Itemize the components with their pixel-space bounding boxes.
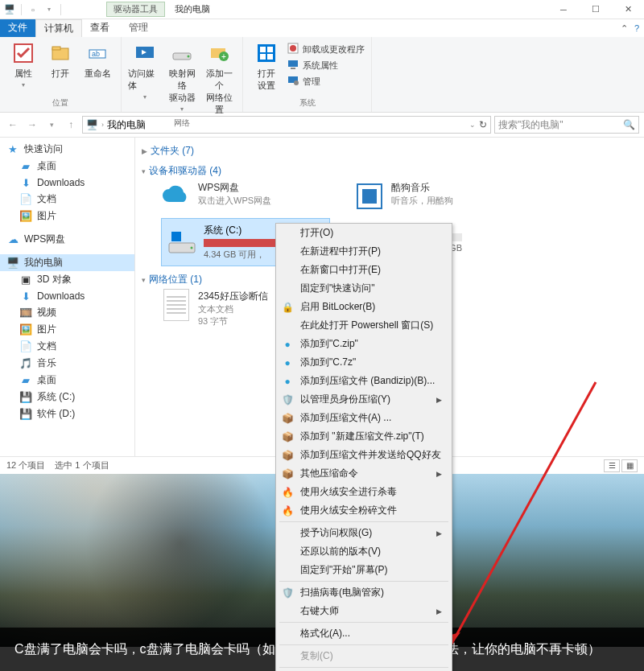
search-icon[interactable]: 🔍 — [623, 119, 635, 130]
sidebar-item-documents[interactable]: 📄文档 — [0, 191, 134, 208]
sidebar-item-drive-c[interactable]: 💾系统 (C:) — [0, 389, 134, 405]
history-dropdown[interactable]: ▾ — [43, 117, 60, 133]
ribbon-tabs: 文件 计算机 查看 管理 ⌃ ? — [0, 19, 644, 37]
svg-rect-13 — [260, 47, 266, 52]
back-button[interactable]: ← — [5, 117, 21, 133]
sidebar-item-pictures[interactable]: 🖼️图片 — [0, 208, 134, 224]
menu-add-c7z[interactable]: ●添加到"C.7z" — [276, 353, 452, 372]
help-icon[interactable]: ? — [634, 23, 639, 33]
tab-computer[interactable]: 计算机 — [35, 19, 82, 37]
settings-icon — [254, 40, 279, 66]
sidebar-item-wps[interactable]: ☁WPS网盘 — [0, 231, 134, 248]
device-kugou[interactable]: 酷狗音乐 听音乐，用酷狗 — [354, 181, 515, 212]
menu-format[interactable]: 格式化(A)... — [276, 624, 452, 643]
menu-copy[interactable]: 复制(C) — [276, 647, 452, 665]
system-properties-button[interactable]: 系统属性 — [287, 58, 365, 72]
minimize-button[interactable]: ─ — [547, 0, 580, 19]
section-folders[interactable]: ▶ 文件夹 (7) — [142, 141, 638, 161]
icons-view-button[interactable]: ▦ — [621, 459, 638, 472]
uninstall-programs-button[interactable]: 卸载或更改程序 — [287, 42, 365, 56]
sidebar-item-drive-d[interactable]: 💾软件 (D:) — [0, 405, 134, 422]
menu-bitlocker[interactable]: 🔒启用 BitLocker(B) — [276, 298, 452, 316]
open-settings-button[interactable]: 打开 设置 — [250, 40, 283, 96]
dropdown-icon[interactable]: ▾ — [43, 3, 56, 16]
sidebar-item-this-pc[interactable]: 🖥️我的电脑 — [0, 254, 134, 271]
path-dropdown-icon[interactable]: ⌄ — [469, 121, 476, 129]
archive-icon: 📦 — [281, 430, 294, 443]
menu-zip-qq[interactable]: 📦添加到压缩文件并发送给QQ好友 — [276, 446, 452, 464]
details-view-button[interactable]: ☰ — [604, 459, 620, 472]
picture-icon: 🖼️ — [19, 323, 32, 336]
menu-restore-previous[interactable]: 还原以前的版本(V) — [276, 542, 452, 561]
open-button[interactable]: 打开 — [43, 40, 77, 96]
path-segment[interactable]: 我的电脑 — [107, 118, 146, 132]
svg-rect-20 — [291, 68, 295, 69]
titlebar: 🖥️ ▫ ▾ 驱动器工具 我的电脑 ─ ☐ ✕ — [0, 0, 644, 19]
forward-button[interactable]: → — [24, 117, 40, 133]
menu-huorong-av[interactable]: 🔥使用火绒安全进行杀毒 — [276, 483, 452, 501]
menu-add-newzip[interactable]: 📦添加到 "新建压缩文件.zip"(T) — [276, 427, 452, 446]
menu-other-zip[interactable]: 📦其他压缩命令▶ — [276, 464, 452, 483]
separator — [279, 581, 448, 582]
menu-admin-zip[interactable]: 🛡️以管理员身份压缩(Y)▶ — [276, 390, 452, 409]
svg-rect-14 — [267, 47, 273, 52]
maximize-button[interactable]: ☐ — [580, 0, 612, 19]
menu-scan-guanjia[interactable]: 🛡️扫描病毒(电脑管家) — [276, 583, 452, 602]
up-button[interactable]: ↑ — [63, 117, 79, 133]
ribbon-group-location: 属性 ▾ 打开 ab 重命名 位置 — [0, 37, 122, 112]
sidebar-item-desktop2[interactable]: ▰桌面 — [0, 372, 134, 389]
search-input[interactable]: 搜索"我的电脑" 🔍 — [494, 116, 639, 134]
properties-icon[interactable]: ▫ — [27, 3, 39, 16]
nav-pane: ★快速访问 ▰桌面 ⬇Downloads 📄文档 🖼️图片 ☁WPS网盘 🖥️我… — [0, 138, 135, 456]
menu-open-new-window[interactable]: 在新窗口中打开(E) — [276, 261, 452, 279]
manage-button[interactable]: 管理 — [287, 74, 365, 89]
tab-view[interactable]: 查看 — [82, 19, 118, 37]
menu-add-czip[interactable]: ●添加到"C.zip" — [276, 335, 452, 353]
menu-powershell[interactable]: 在此处打开 Powershell 窗口(S) — [276, 316, 452, 335]
manage-icon — [287, 74, 299, 89]
tab-manage[interactable]: 管理 — [121, 19, 156, 37]
contextual-tab-drive-tools[interactable]: 驱动器工具 — [106, 2, 165, 17]
sidebar-item-desktop[interactable]: ▰桌面 — [0, 158, 134, 175]
sidebar-item-quick-access[interactable]: ★快速访问 — [0, 141, 134, 158]
menu-open[interactable]: 打开(O) — [276, 224, 452, 242]
flame-icon: 🔥 — [281, 504, 294, 517]
sidebar-item-music[interactable]: 🎵音乐 — [0, 355, 134, 372]
chevron-down-icon: ▾ — [142, 276, 146, 284]
item-count: 12 个项目 — [6, 459, 45, 471]
menu-pin-start[interactable]: 固定到"开始"屏幕(P) — [276, 561, 452, 579]
menu-add-zip-a[interactable]: 📦添加到压缩文件(A) ... — [276, 409, 452, 427]
svg-rect-19 — [288, 60, 298, 67]
quick-access-toolbar: 🖥️ ▫ ▾ — [0, 3, 66, 16]
sidebar-item-video[interactable]: 🎞️视频 — [0, 304, 134, 321]
svg-rect-15 — [260, 54, 266, 60]
menu-open-new-process[interactable]: 在新进程中打开(P) — [276, 242, 452, 261]
drive-icon: 💾 — [19, 391, 32, 404]
collapse-ribbon-icon[interactable]: ⌃ — [621, 23, 628, 34]
cube-icon: ▣ — [19, 274, 32, 286]
shield-icon: 🛡️ — [281, 393, 294, 406]
rename-button[interactable]: ab 重命名 — [80, 40, 114, 96]
section-devices[interactable]: ▾ 设备和驱动器 (4) — [142, 161, 638, 181]
menu-huorong-shred[interactable]: 🔥使用火绒安全粉碎文件 — [276, 501, 452, 520]
close-button[interactable]: ✕ — [612, 0, 644, 19]
separator — [279, 667, 448, 668]
sidebar-item-pictures2[interactable]: 🖼️图片 — [0, 321, 134, 338]
map-drive-button[interactable]: 映射网络 驱动器 ▾ — [165, 40, 199, 116]
menu-pin-quick-access[interactable]: 固定到"快速访问" — [276, 279, 452, 298]
access-media-button[interactable]: 访问媒体 ▾ — [128, 40, 162, 116]
menu-bandizip[interactable]: ●添加到压缩文件 (Bandizip)(B)... — [276, 372, 452, 390]
sidebar-item-downloads[interactable]: ⬇Downloads — [0, 175, 134, 191]
properties-button[interactable]: 属性 ▾ — [6, 40, 40, 96]
menu-rightclick-master[interactable]: 右键大师▶ — [276, 602, 452, 620]
path-box[interactable]: 🖥️ › 我的电脑 ⌄ ↻ — [82, 116, 491, 134]
refresh-button[interactable]: ↻ — [479, 119, 487, 130]
add-network-location-button[interactable]: + 添加一个 网络位置 — [202, 40, 236, 116]
device-wps[interactable]: WPS网盘 双击进入WPS网盘 — [161, 181, 322, 212]
archive-icon: 📦 — [281, 412, 294, 425]
tab-file[interactable]: 文件 — [0, 19, 35, 37]
sidebar-item-downloads2[interactable]: ⬇Downloads — [0, 288, 134, 304]
sidebar-item-3d[interactable]: ▣3D 对象 — [0, 271, 134, 288]
menu-grant-access[interactable]: 授予访问权限(G)▶ — [276, 524, 452, 542]
sidebar-item-documents2[interactable]: 📄文档 — [0, 338, 134, 355]
